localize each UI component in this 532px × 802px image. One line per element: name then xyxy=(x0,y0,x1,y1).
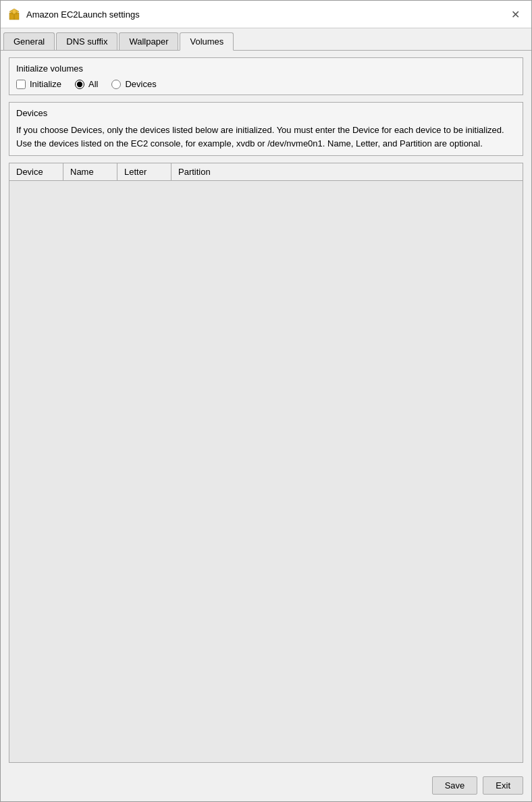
col-name: Name xyxy=(63,163,117,180)
tab-wallpaper[interactable]: Wallpaper xyxy=(119,32,178,50)
save-button[interactable]: Save xyxy=(432,776,478,795)
all-radio-label[interactable]: All xyxy=(75,79,98,89)
tab-bar: General DNS suffix Wallpaper Volumes xyxy=(1,28,531,51)
initialize-volumes-title: Initialize volumes xyxy=(16,63,516,74)
tab-volumes[interactable]: Volumes xyxy=(180,32,234,51)
main-window: Amazon EC2Launch settings ✕ General DNS … xyxy=(0,0,532,802)
tab-general[interactable]: General xyxy=(3,32,55,50)
exit-button[interactable]: Exit xyxy=(483,776,523,795)
col-device: Device xyxy=(9,163,63,180)
close-button[interactable]: ✕ xyxy=(506,6,525,22)
devices-section: Devices If you choose Devices, only the … xyxy=(9,102,523,156)
col-letter: Letter xyxy=(117,163,171,180)
table-body xyxy=(9,181,523,762)
devices-label-text: Devices xyxy=(125,79,156,89)
all-label-text: All xyxy=(88,79,98,89)
footer: Save Exit xyxy=(1,770,531,801)
devices-table: Device Name Letter Partition xyxy=(9,163,523,763)
tab-dns-suffix[interactable]: DNS suffix xyxy=(56,32,117,50)
devices-radio[interactable] xyxy=(111,80,121,89)
col-partition: Partition xyxy=(171,163,225,180)
initialize-volumes-section: Initialize volumes Initialize All Device… xyxy=(9,57,523,95)
table-header: Device Name Letter Partition xyxy=(9,163,523,181)
initialize-label-text: Initialize xyxy=(30,79,61,89)
title-bar-left: Amazon EC2Launch settings xyxy=(7,7,140,21)
title-bar: Amazon EC2Launch settings ✕ xyxy=(1,1,531,28)
window-title: Amazon EC2Launch settings xyxy=(26,9,140,20)
initialize-checkbox-label[interactable]: Initialize xyxy=(16,79,61,89)
all-radio[interactable] xyxy=(75,80,84,89)
devices-section-title: Devices xyxy=(16,108,516,118)
package-icon xyxy=(7,7,21,21)
devices-description: If you choose Devices, only the devices … xyxy=(16,124,516,150)
devices-radio-label[interactable]: Devices xyxy=(111,79,156,89)
initialize-row: Initialize All Devices xyxy=(16,79,516,89)
content-area: Initialize volumes Initialize All Device… xyxy=(1,51,531,770)
initialize-checkbox[interactable] xyxy=(16,80,26,89)
